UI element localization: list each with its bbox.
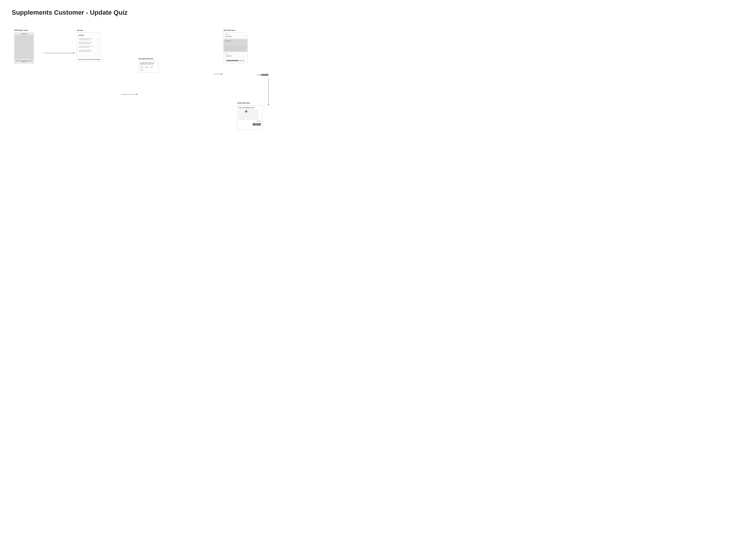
account-panel-title: Account — [79, 35, 98, 36]
quiz-overview-panel: Change Quiz Responses Quick Links to sec… — [139, 61, 159, 72]
quiz-step-goals: Goals 1/5 — [224, 33, 248, 39]
quiz-categories: Cat 1 Cat 2 Cat 3 Cat 4 — [140, 66, 158, 71]
sups-nav-orders[interactable]: ORDERS — [15, 61, 19, 63]
quiz-step-etc-label: Etc. 3 — [225, 53, 246, 54]
account-line — [79, 47, 89, 48]
account-row-1[interactable]: › — [79, 38, 98, 41]
confirm-cards-row: ✓ — [239, 110, 261, 120]
confirm-price: +/- $X/day — [239, 121, 261, 122]
account-line — [79, 38, 93, 39]
quiz-name-capture-input[interactable] — [225, 35, 246, 38]
chevron-right-icon: › — [98, 38, 98, 40]
quiz-overview-subheading: Quick Links to sections of quiz — [140, 64, 158, 65]
quiz-cat-2[interactable]: Cat 2 — [145, 66, 149, 68]
arrow-sups-to-account — [44, 53, 75, 53]
account-line — [79, 42, 92, 43]
confirm-section-label: Confirm New Reco — [237, 102, 251, 104]
confirm-button[interactable]: CONFIRM — [253, 123, 261, 126]
quiz-progress-bar-inner — [226, 60, 238, 61]
quiz-cat-1[interactable]: Cat 1 — [140, 66, 144, 68]
sups-nav-adjust[interactable]: ADJUST PACK/ BROWSE SUPS — [19, 61, 29, 63]
account-line — [79, 46, 94, 47]
get-reco-button[interactable]: GET RECO — [261, 74, 268, 76]
overview-section-label: Quiz Quick Overview — [139, 58, 153, 60]
chevron-right-icon: › — [98, 50, 98, 51]
account-line — [79, 51, 91, 52]
account-line — [79, 43, 90, 44]
account-line — [79, 50, 92, 50]
quiz-step-etc: Etc. 3 — [224, 52, 248, 58]
quiz-step-lifestyle-label: Lifestyle 2/5 — [225, 40, 246, 42]
confirm-panel-label: NEWLY RECOMMENDED SUPS — [239, 107, 261, 109]
quiz-cat-4[interactable]: Cat 4 — [140, 69, 144, 71]
quiz-drop-section-label: Quiz Drop in/out — [224, 30, 235, 31]
update-quiz-label: Update my Quiz-based Recommendation — [79, 59, 100, 60]
quiz-step-lifestyle: Lifestyle 2/5 — [224, 39, 248, 52]
quiz-email-capture-input[interactable] — [225, 55, 246, 57]
update-quiz-button[interactable]: Update my Quiz-based Recommendation — [79, 59, 98, 60]
account-row-4[interactable]: › — [79, 49, 98, 53]
arrow-quiz-to-reco: GET RECO — [257, 74, 268, 76]
account-row-2[interactable]: › — [79, 41, 98, 45]
sups-card-2 — [15, 43, 33, 51]
page-title: Supplements Customer - Update Quiz — [12, 9, 721, 16]
confirm-card-1: ✓ — [239, 110, 248, 120]
confirm-card-2 — [249, 110, 258, 120]
quiz-progress-bar — [226, 60, 245, 61]
account-panel: Account › › — [77, 33, 100, 62]
account-line — [79, 40, 90, 40]
arrow-to-quiz-drop — [214, 74, 222, 74]
quiz-progress-bar-container — [224, 58, 248, 63]
confirm-panel: NEWLY RECOMMENDED SUPS ✓ +/- $X/day CONF… — [237, 105, 263, 130]
quiz-overview-heading: Change Quiz Responses — [140, 62, 158, 64]
arrow-account-to-overview — [121, 94, 138, 94]
account-row-3[interactable]: › — [79, 45, 98, 49]
quiz-step-goals-label: Goals 1/5 — [225, 34, 246, 35]
checkmark-icon: ✓ — [245, 110, 248, 113]
quiz-drop-panel: Goals 1/5 Lifestyle 2/5 Etc. 3 — [224, 33, 248, 63]
sups-section-label: SUPS page / in-app — [14, 30, 28, 31]
sups-nav: ORDERS ADJUST PACK/ BROWSE SUPS ACCOUNT — [15, 60, 33, 64]
chevron-right-icon: › — [98, 42, 98, 44]
chevron-right-icon: › — [98, 46, 98, 48]
sups-card-1 — [15, 35, 33, 43]
quiz-cat-3[interactable]: Cat 3 — [150, 66, 153, 68]
sups-phone-header: YOUR SUPS — [21, 33, 27, 35]
arrow-down-to-confirm — [268, 78, 269, 105]
sups-panel: YOUR SUPS ORDERS ADJUST PACK/ BROWSE SUP… — [14, 33, 34, 63]
account-section-label: Account — [77, 30, 83, 31]
sups-nav-account[interactable]: ACCOUNT — [29, 61, 33, 63]
sups-card-3 — [15, 51, 33, 59]
